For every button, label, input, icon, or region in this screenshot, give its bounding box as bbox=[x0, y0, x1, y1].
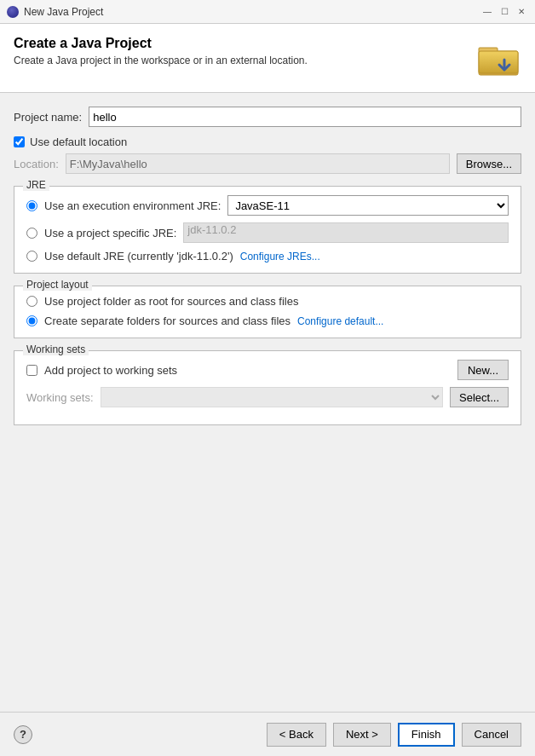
layout-option2-row: Create separate folders for sources and … bbox=[26, 315, 509, 327]
header-section: Create a Java Project Create a Java proj… bbox=[0, 24, 535, 93]
jre-option3-radio[interactable] bbox=[26, 251, 37, 262]
jre-option1-row: Use an execution environment JRE: JavaSE… bbox=[26, 195, 509, 216]
jre-group: JRE Use an execution environment JRE: Ja… bbox=[14, 186, 521, 274]
add-working-sets-checkbox[interactable] bbox=[26, 365, 37, 376]
use-default-location-row: Use default location bbox=[14, 136, 521, 148]
jre-option1-radio[interactable] bbox=[26, 200, 37, 211]
project-name-input[interactable] bbox=[89, 107, 521, 127]
project-layout-group-title: Project layout bbox=[23, 279, 92, 291]
back-button[interactable]: < Back bbox=[267, 723, 326, 747]
layout-option1-radio[interactable] bbox=[26, 296, 37, 307]
jre-option2-row: Use a project specific JRE: jdk-11.0.2 bbox=[26, 222, 509, 243]
layout-option2-radio[interactable] bbox=[26, 315, 37, 326]
header-text: Create a Java Project Create a Java proj… bbox=[14, 36, 308, 66]
project-name-label: Project name: bbox=[14, 111, 82, 124]
project-name-row: Project name: bbox=[14, 107, 521, 127]
help-button[interactable]: ? bbox=[14, 725, 32, 744]
use-default-location-checkbox[interactable] bbox=[14, 136, 25, 147]
jre-option2-radio[interactable] bbox=[26, 228, 37, 239]
layout-option1-label[interactable]: Use project folder as root for sources a… bbox=[44, 295, 298, 308]
use-default-location-label[interactable]: Use default location bbox=[30, 136, 127, 148]
jre-option2-label[interactable]: Use a project specific JRE: bbox=[44, 227, 176, 239]
location-input[interactable] bbox=[66, 153, 450, 174]
footer-right: < Back Next > Finish Cancel bbox=[267, 723, 521, 747]
folder-icon bbox=[477, 36, 521, 80]
configure-default-link[interactable]: Configure default... bbox=[297, 315, 383, 327]
select-working-set-button[interactable]: Select... bbox=[450, 387, 509, 407]
working-sets-group: Working sets Add project to working sets… bbox=[14, 350, 521, 425]
layout-option1-row: Use project folder as root for sources a… bbox=[26, 295, 509, 308]
working-sets-field-label: Working sets: bbox=[26, 391, 94, 404]
jre-option3-label[interactable]: Use default JRE (currently 'jdk-11.0.2') bbox=[44, 250, 233, 263]
title-bar-controls: — ☐ ✕ bbox=[480, 5, 528, 19]
svg-rect-3 bbox=[479, 51, 518, 73]
jre-specific-display: jdk-11.0.2 bbox=[183, 222, 509, 243]
jre-environment-select[interactable]: JavaSE-11 JavaSE-8 JavaSE-14 bbox=[227, 195, 509, 216]
title-bar: New Java Project — ☐ ✕ bbox=[0, 0, 535, 24]
working-sets-select[interactable] bbox=[101, 387, 444, 407]
eclipse-icon bbox=[7, 6, 19, 18]
next-button[interactable]: Next > bbox=[333, 723, 391, 747]
location-row: Location: Browse... bbox=[14, 153, 521, 174]
jre-option1-label[interactable]: Use an execution environment JRE: bbox=[44, 199, 221, 212]
help-icon: ? bbox=[20, 728, 26, 741]
page-title: Create a Java Project bbox=[14, 36, 308, 51]
layout-option2-label[interactable]: Create separate folders for sources and … bbox=[44, 315, 291, 327]
page-subtitle: Create a Java project in the workspace o… bbox=[14, 55, 308, 66]
minimize-button[interactable]: — bbox=[480, 5, 494, 19]
close-button[interactable]: ✕ bbox=[515, 5, 528, 19]
configure-jres-link[interactable]: Configure JREs... bbox=[240, 251, 320, 263]
main-content: Project name: Use default location Locat… bbox=[0, 93, 535, 712]
new-working-set-button[interactable]: New... bbox=[457, 360, 509, 380]
maximize-button[interactable]: ☐ bbox=[498, 5, 511, 19]
working-sets-selector-row: Working sets: Select... bbox=[26, 387, 509, 407]
browse-button[interactable]: Browse... bbox=[457, 153, 521, 174]
add-working-sets-row: Add project to working sets New... bbox=[26, 360, 509, 380]
window-title: New Java Project bbox=[24, 6, 103, 18]
footer: ? < Back Next > Finish Cancel bbox=[0, 712, 535, 756]
jre-group-title: JRE bbox=[23, 179, 49, 191]
finish-button[interactable]: Finish bbox=[398, 723, 455, 747]
cancel-button[interactable]: Cancel bbox=[462, 723, 521, 747]
location-label: Location: bbox=[14, 158, 59, 170]
jre-option3-row: Use default JRE (currently 'jdk-11.0.2')… bbox=[26, 250, 509, 263]
working-sets-group-title: Working sets bbox=[23, 343, 89, 355]
title-bar-left: New Java Project bbox=[7, 6, 103, 18]
footer-left: ? bbox=[14, 725, 32, 744]
project-layout-group: Project layout Use project folder as roo… bbox=[14, 286, 521, 338]
add-working-sets-label[interactable]: Add project to working sets bbox=[44, 364, 451, 377]
